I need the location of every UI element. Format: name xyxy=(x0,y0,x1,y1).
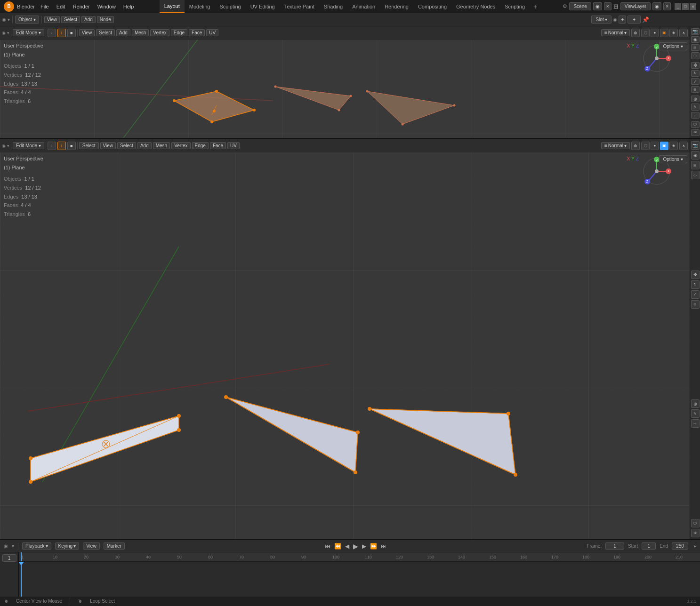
bot-add-btn[interactable]: Add xyxy=(137,142,152,149)
bot-face-mode-btn[interactable]: ■ xyxy=(67,142,76,150)
tab-uv-editing[interactable]: UV Editing xyxy=(246,0,280,13)
tl-prev-key[interactable]: ⏪ xyxy=(334,543,341,550)
rs-move-bot[interactable]: ✥ xyxy=(691,271,700,279)
rs-move-top[interactable]: ✥ xyxy=(691,62,700,69)
top-props-icon[interactable]: ∧ xyxy=(679,29,688,37)
rs-scale-bot[interactable]: ⤢ xyxy=(691,290,700,299)
rs-mesh-bot[interactable]: ⬡ xyxy=(691,519,700,527)
face-mode-btn[interactable]: ■ xyxy=(67,29,76,37)
bot-normal-btn[interactable]: ≡ Normal ▾ xyxy=(601,142,630,149)
rs-mesh-top[interactable]: ⬡ xyxy=(691,121,700,128)
edge-mode-btn[interactable]: / xyxy=(57,29,66,37)
bot-vertex-btn[interactable]: Vertex xyxy=(171,142,190,149)
viewlayer-dropdown[interactable]: ViewLayer xyxy=(620,2,651,10)
rs-cursor-top[interactable]: ⊕ xyxy=(691,96,700,102)
header-view-btn[interactable]: View xyxy=(44,16,60,23)
tl-start-field[interactable]: 1 xyxy=(642,542,656,550)
tab-modeling[interactable]: Modeling xyxy=(185,0,215,13)
tl-end-field[interactable]: 250 xyxy=(672,542,688,550)
rs-measure-top[interactable]: ⊹ xyxy=(691,112,700,119)
tl-jump-start[interactable]: ⏮ xyxy=(325,543,330,550)
object-mode-btn[interactable]: Object ▾ xyxy=(15,16,39,24)
rs-camera-bot[interactable]: 📷 xyxy=(691,141,700,150)
top-select-btn[interactable]: Select xyxy=(96,29,115,36)
tab-shading[interactable]: Shading xyxy=(319,0,347,13)
playback-btn[interactable]: Playback ▾ xyxy=(22,542,51,550)
bot-edge-btn[interactable]: Edge xyxy=(192,142,209,149)
bot-uv-btn[interactable]: UV xyxy=(227,142,240,149)
bot-options-btn[interactable]: Options▾ xyxy=(659,155,687,163)
rs-transform-top[interactable]: ⊕ xyxy=(691,86,700,93)
minimize-btn[interactable]: _ xyxy=(675,3,681,10)
rs-transform-bot[interactable]: ⊕ xyxy=(691,300,700,309)
tl-next-key[interactable]: ⏩ xyxy=(370,543,377,550)
tl-marker-btn[interactable]: Marker xyxy=(104,542,125,550)
scene-add-btn[interactable]: × xyxy=(604,2,611,10)
maximize-btn[interactable]: □ xyxy=(682,3,689,10)
tl-frame-display[interactable]: 1 xyxy=(2,554,16,562)
viewlayer-add-btn[interactable]: × xyxy=(663,2,671,10)
tab-layout[interactable]: Layout xyxy=(160,0,185,13)
top-vertex-btn[interactable]: Vertex xyxy=(150,29,169,36)
tab-animation[interactable]: Animation xyxy=(347,0,380,13)
top-options-btn[interactable]: Options▾ xyxy=(659,42,687,50)
bot-mesh-btn[interactable]: Mesh xyxy=(153,142,170,149)
add-slot-btn[interactable]: + xyxy=(619,16,626,24)
rs-vis-bot[interactable]: 👁 xyxy=(691,529,700,537)
rs-grid-top[interactable]: ⊞ xyxy=(691,44,700,51)
rs-overlay-top[interactable]: ◌ xyxy=(691,52,700,59)
bot-select-btn[interactable]: Select xyxy=(117,142,136,149)
rs-ann-bot[interactable]: ✎ xyxy=(691,409,700,418)
vp-bot-mode-btn[interactable]: Edit Mode ▾ xyxy=(13,142,44,149)
rs-rotate-top[interactable]: ↻ xyxy=(691,70,700,77)
tab-compositing[interactable]: Compositing xyxy=(413,0,451,13)
header-node-btn[interactable]: Node xyxy=(97,16,114,23)
bot-face-btn[interactable]: Face xyxy=(210,142,226,149)
rs-camera-top[interactable]: 📷 xyxy=(691,28,700,35)
top-mesh-btn[interactable]: Mesh xyxy=(132,29,149,36)
menu-render[interactable]: Render xyxy=(69,3,94,10)
tab-texture-paint[interactable]: Texture Paint xyxy=(280,0,319,13)
rs-overlay-bot[interactable]: ◌ xyxy=(691,171,700,179)
rs-vis-top[interactable]: 👁 xyxy=(691,129,700,136)
top-face-btn[interactable]: Face xyxy=(189,29,205,36)
tab-add[interactable]: + xyxy=(530,0,541,13)
close-btn[interactable]: × xyxy=(690,3,696,10)
bot-edge-mode-btn[interactable]: / xyxy=(57,142,66,150)
menu-file[interactable]: File xyxy=(37,3,53,10)
tl-prev-frame[interactable]: ◀ xyxy=(345,543,349,550)
header-add-btn[interactable]: Add xyxy=(81,16,96,23)
rs-cursor-bot[interactable]: ⊕ xyxy=(691,399,700,408)
bot-props-icon[interactable]: ∧ xyxy=(679,142,688,150)
bot-view-btn[interactable]: View xyxy=(100,142,116,149)
bot-vertex-mode-btn[interactable]: · xyxy=(48,142,56,150)
header-select-btn[interactable]: Select xyxy=(61,16,80,23)
slot-btn[interactable]: Slot ▾ xyxy=(591,16,611,24)
scene-dropdown[interactable]: Scene xyxy=(569,2,591,10)
tl-view-btn[interactable]: View xyxy=(83,542,100,550)
top-uv-btn[interactable]: UV xyxy=(206,29,218,36)
vp-top-mode-btn[interactable]: Edit Mode ▾ xyxy=(13,29,44,36)
bot-overlay-icon[interactable]: ⊕ xyxy=(631,142,640,150)
viewlayer-options-btn[interactable]: ◉ xyxy=(652,2,661,10)
rs-ann-top[interactable]: ✎ xyxy=(691,104,700,110)
tl-play-btn[interactable]: ▶ xyxy=(353,542,358,550)
rs-sphere-bot[interactable]: ◉ xyxy=(691,151,700,159)
top-overlay-icon[interactable]: ⊕ xyxy=(631,29,640,37)
bot-select-mode-btn[interactable]: Select xyxy=(79,142,99,149)
top-normal-btn[interactable]: ≡ Normal ▾ xyxy=(601,29,630,36)
keying-btn[interactable]: Keying ▾ xyxy=(55,542,80,550)
top-view-btn[interactable]: View xyxy=(79,29,95,36)
rs-grid-bot[interactable]: ⊞ xyxy=(691,161,700,169)
tl-next-frame[interactable]: ▶ xyxy=(362,543,366,550)
menu-edit[interactable]: Edit xyxy=(53,3,69,10)
rs-scale-top[interactable]: ⤢ xyxy=(691,78,700,85)
tl-jump-end[interactable]: ⏭ xyxy=(381,543,386,550)
top-edge-btn[interactable]: Edge xyxy=(171,29,187,36)
tab-rendering[interactable]: Rendering xyxy=(380,0,413,13)
rs-measure-bot[interactable]: ⊹ xyxy=(691,419,700,428)
menu-window[interactable]: Window xyxy=(94,3,120,10)
vertex-mode-btn[interactable]: · xyxy=(48,29,56,37)
tl-current-frame[interactable]: 1 xyxy=(605,542,624,550)
tab-scripting[interactable]: Scripting xyxy=(500,0,530,13)
